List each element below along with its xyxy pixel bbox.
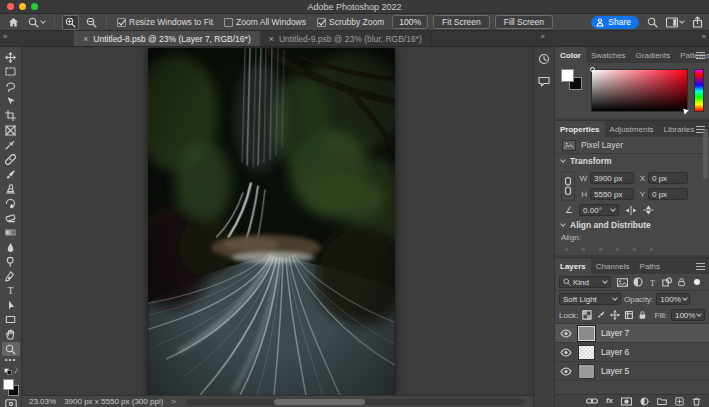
share-button[interactable]: Share bbox=[591, 16, 639, 29]
tool-gradient[interactable] bbox=[2, 225, 20, 240]
fill-field[interactable]: 100% bbox=[671, 309, 705, 321]
layer-name[interactable]: Layer 6 bbox=[601, 347, 629, 357]
layer-name[interactable]: Layer 7 bbox=[601, 328, 629, 338]
filter-shape-layers-icon[interactable] bbox=[662, 277, 672, 287]
document-info[interactable]: 3900 px x 5550 px (300 ppi) bbox=[64, 397, 163, 406]
scrubby-zoom-checkbox[interactable]: Scrubby Zoom bbox=[317, 17, 384, 27]
collapse-panels-icon[interactable]: « bbox=[541, 32, 544, 41]
tab-paths[interactable]: Paths bbox=[635, 258, 665, 274]
layer-thumbnail[interactable] bbox=[578, 345, 595, 360]
color-panel-swatches[interactable] bbox=[561, 69, 585, 112]
new-layer-icon[interactable] bbox=[675, 397, 684, 406]
fill-screen-button[interactable]: Fill Screen bbox=[495, 15, 553, 29]
eye-icon[interactable] bbox=[560, 367, 572, 376]
tool-frame[interactable] bbox=[2, 123, 20, 138]
tab-color[interactable]: Color bbox=[555, 47, 586, 63]
filter-type-layers-icon[interactable]: T bbox=[648, 278, 657, 287]
lock-pixels-icon[interactable] bbox=[596, 310, 606, 320]
screen-mode-button[interactable] bbox=[2, 396, 20, 407]
filter-smart-objects-icon[interactable] bbox=[677, 277, 686, 287]
document-image[interactable] bbox=[148, 48, 395, 395]
close-tab-icon[interactable]: × bbox=[83, 34, 88, 44]
history-panel-icon[interactable] bbox=[538, 53, 550, 65]
tool-move[interactable] bbox=[2, 50, 20, 65]
rotation-angle-field[interactable]: 0.00° bbox=[579, 204, 619, 216]
layer-row-7[interactable]: Layer 7 bbox=[555, 324, 709, 343]
search-icon[interactable] bbox=[647, 17, 658, 28]
eye-icon[interactable] bbox=[560, 329, 572, 338]
lock-all-icon[interactable] bbox=[638, 310, 647, 320]
zoom-all-windows-checkbox[interactable]: Zoom All Windows bbox=[224, 17, 306, 27]
tool-healing-brush[interactable] bbox=[2, 152, 20, 167]
tool-dodge[interactable] bbox=[2, 254, 20, 269]
resize-windows-checkbox[interactable]: Resize Windows to Fit bbox=[117, 17, 213, 27]
tab-channels[interactable]: Channels bbox=[591, 258, 635, 274]
lock-artboard-icon[interactable] bbox=[624, 310, 634, 320]
export-icon[interactable] bbox=[692, 16, 703, 28]
panel-menu-icon[interactable] bbox=[696, 263, 705, 270]
tool-pen[interactable] bbox=[2, 269, 20, 284]
tab-untitled-8[interactable]: × Untitled-8.psb @ 23% (Layer 7, RGB/16*… bbox=[74, 31, 260, 46]
new-group-icon[interactable] bbox=[657, 397, 667, 406]
tool-history-brush[interactable] bbox=[2, 196, 20, 211]
status-chevron-icon[interactable]: > bbox=[171, 397, 176, 406]
filter-adjustment-layers-icon[interactable] bbox=[633, 277, 643, 287]
fit-screen-button[interactable]: Fit Screen bbox=[433, 15, 490, 29]
edit-toolbar-ellipsis[interactable]: ••• bbox=[5, 356, 16, 364]
tool-blur[interactable] bbox=[2, 240, 20, 255]
tool-shape[interactable] bbox=[2, 313, 20, 328]
filter-toggle-icon[interactable] bbox=[694, 279, 700, 285]
zoom-tool-preset[interactable] bbox=[26, 16, 47, 29]
adjustment-layer-icon[interactable] bbox=[640, 397, 649, 406]
layer-thumbnail[interactable] bbox=[578, 326, 595, 341]
x-field[interactable]: 0 px bbox=[648, 172, 688, 184]
saturation-brightness-field[interactable] bbox=[591, 69, 688, 112]
tab-untitled-9[interactable]: × Untitled-9.psb @ 23% (blur, RGB/16*) bbox=[260, 31, 432, 46]
align-section-header[interactable]: Align and Distribute bbox=[555, 218, 709, 232]
y-field[interactable]: 0 px bbox=[648, 188, 688, 200]
lock-transparent-icon[interactable] bbox=[582, 310, 592, 320]
tool-hand[interactable] bbox=[2, 327, 20, 342]
zoom-100-button[interactable]: 100% bbox=[392, 15, 428, 29]
layer-row-6[interactable]: Layer 6 bbox=[555, 343, 709, 362]
foreground-color-swatch[interactable] bbox=[3, 379, 14, 390]
panel-menu-icon[interactable] bbox=[696, 52, 705, 59]
tab-libraries[interactable]: Libraries bbox=[659, 121, 700, 137]
tool-zoom[interactable] bbox=[2, 342, 20, 357]
color-picker-marker[interactable] bbox=[590, 67, 595, 72]
tool-type[interactable]: T bbox=[2, 284, 20, 299]
layer-row-5[interactable]: Layer 5 bbox=[555, 362, 709, 381]
lock-position-icon[interactable] bbox=[610, 310, 620, 320]
comments-panel-icon[interactable] bbox=[538, 76, 550, 87]
tab-properties[interactable]: Properties bbox=[555, 121, 605, 137]
horizontal-scrollbar[interactable] bbox=[186, 399, 524, 405]
tab-adjustments[interactable]: Adjustments bbox=[605, 121, 659, 137]
collapse-tools-icon[interactable]: » bbox=[3, 32, 6, 41]
transform-section-header[interactable]: Transform bbox=[555, 154, 709, 168]
workspace-switcher[interactable] bbox=[666, 17, 684, 28]
default-colors-icon[interactable]: ⤸ bbox=[4, 367, 18, 375]
width-field[interactable]: 3900 px bbox=[590, 172, 634, 184]
scrollbar-thumb[interactable] bbox=[274, 399, 365, 405]
link-layers-icon[interactable] bbox=[586, 397, 598, 405]
eye-icon[interactable] bbox=[560, 348, 572, 357]
expand-panels-icon[interactable]: » bbox=[702, 32, 705, 41]
tool-eraser[interactable] bbox=[2, 211, 20, 226]
tab-gradients[interactable]: Gradients bbox=[631, 47, 676, 63]
document-canvas[interactable] bbox=[22, 47, 533, 395]
layer-thumbnail[interactable] bbox=[578, 364, 595, 379]
tool-brush[interactable] bbox=[2, 167, 20, 182]
zoom-in-button[interactable] bbox=[62, 15, 79, 30]
close-tab-icon[interactable]: × bbox=[269, 34, 274, 44]
tool-object-selection[interactable] bbox=[2, 94, 20, 109]
layer-mask-icon[interactable] bbox=[621, 397, 632, 406]
panel-vertical-scrollbar[interactable] bbox=[703, 129, 708, 179]
filter-kind-dropdown[interactable]: Kind bbox=[559, 276, 611, 288]
layer-effects-icon[interactable]: fx bbox=[606, 397, 613, 405]
foreground-background-swatches[interactable] bbox=[3, 379, 19, 396]
flip-vertical-button[interactable] bbox=[643, 205, 654, 215]
zoom-out-button[interactable] bbox=[84, 16, 99, 29]
foreground-color-swatch[interactable] bbox=[561, 69, 574, 82]
blend-mode-dropdown[interactable]: Soft Light bbox=[559, 293, 621, 305]
height-field[interactable]: 5550 px bbox=[590, 188, 634, 200]
